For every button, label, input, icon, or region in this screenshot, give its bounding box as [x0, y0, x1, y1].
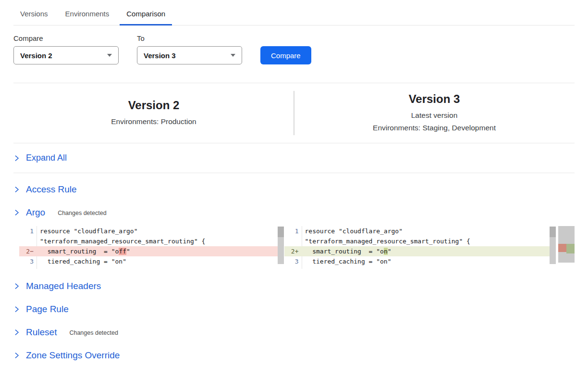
- scrollbar-thumb[interactable]: [550, 227, 556, 237]
- right-version-environments: Environments: Staging, Development: [294, 122, 575, 134]
- section-page-rule[interactable]: Page Rule: [13, 298, 575, 321]
- line-number: 3: [284, 256, 302, 266]
- minimap-addition-mark: [566, 244, 575, 253]
- chevron-right-icon: [13, 329, 20, 336]
- comparison-page: Versions Environments Comparison Compare…: [0, 0, 588, 367]
- code-text: tiered_caching = "on": [37, 256, 284, 266]
- diff-overview-minimap: [558, 226, 575, 263]
- to-field-label: To: [137, 34, 242, 42]
- section-label: Argo: [26, 207, 45, 218]
- code-line: 1 resource "cloudflare_argo": [19, 226, 284, 236]
- section-access-rule[interactable]: Access Rule: [13, 178, 575, 201]
- diff-left-editor: 1 resource "cloudflare_argo" "terraform_…: [19, 226, 284, 269]
- section-argo[interactable]: Argo Changes detected: [13, 201, 575, 224]
- chevron-right-icon: [13, 209, 20, 216]
- code-line: "terraform_managed_resource_smart_routin…: [19, 236, 284, 246]
- tab-bar: Versions Environments Comparison: [13, 0, 575, 25]
- line-number: [284, 236, 302, 246]
- compare-button[interactable]: Compare: [260, 46, 311, 64]
- code-text: }: [302, 266, 556, 269]
- to-version-select[interactable]: Version 3: [137, 46, 242, 64]
- code-text: smart_routing = "on": [302, 246, 556, 256]
- code-text: tiered_caching = "on": [302, 256, 556, 266]
- code-line-deleted: 2− smart_routing = "off": [19, 246, 284, 256]
- changes-detected-badge: Changes detected: [69, 329, 118, 336]
- line-number: 1: [19, 226, 37, 236]
- changes-detected-badge: Changes detected: [58, 210, 106, 216]
- tab-versions[interactable]: Versions: [13, 7, 55, 25]
- chevron-down-icon: [231, 54, 235, 57]
- line-number: 3: [19, 256, 37, 266]
- code-text: resource "cloudflare_argo": [302, 226, 556, 236]
- code-line: }: [19, 266, 284, 269]
- right-version-subtitle: Latest version: [294, 109, 575, 122]
- section-ruleset[interactable]: Ruleset Changes detected: [13, 321, 575, 344]
- code-text: resource "cloudflare_argo": [37, 226, 284, 236]
- right-version-title: Version 3: [294, 92, 575, 106]
- chevron-right-icon: [13, 306, 20, 313]
- left-editor-scrollbar[interactable]: [278, 227, 284, 264]
- line-number: 2+: [284, 246, 302, 256]
- code-line: }: [284, 266, 556, 269]
- chevron-right-icon: [13, 186, 20, 193]
- section-label: Managed Headers: [26, 281, 101, 291]
- line-number: 1: [284, 226, 302, 236]
- argo-diff: 1 resource "cloudflare_argo" "terraform_…: [19, 226, 575, 269]
- compare-version-select[interactable]: Version 2: [13, 46, 119, 64]
- compare-field: Compare Version 2: [13, 34, 119, 64]
- compare-form: Compare Version 2 To Version 3 Compare: [13, 34, 575, 64]
- diff-right-editor: 1 resource "cloudflare_argo" "terraform_…: [284, 226, 556, 269]
- section-label: Ruleset: [26, 327, 57, 338]
- minimap-deletion-mark: [558, 244, 566, 252]
- line-number: 2−: [19, 246, 37, 256]
- version-header-right: Version 3 Latest version Environments: S…: [294, 92, 575, 134]
- expand-all-label: Expand All: [26, 153, 67, 163]
- version-header-left: Version 2 Environments: Production: [13, 98, 294, 128]
- left-version-title: Version 2: [13, 98, 294, 113]
- chevron-right-icon: [13, 155, 20, 162]
- section-label: Zone Settings Override: [26, 350, 120, 361]
- tab-environments[interactable]: Environments: [59, 7, 116, 25]
- chevron-right-icon: [13, 283, 20, 290]
- line-number: [19, 236, 37, 246]
- chevron-down-icon: [107, 54, 112, 57]
- vertical-divider: [294, 91, 294, 135]
- section-label: Page Rule: [26, 304, 69, 315]
- code-text: smart_routing = "off": [37, 246, 284, 256]
- line-number: [284, 266, 302, 269]
- section-list: Access Rule Argo Changes detected 1 reso…: [13, 178, 575, 367]
- right-editor-scrollbar[interactable]: [550, 227, 556, 264]
- version-headers: Version 2 Environments: Production Versi…: [13, 83, 575, 143]
- chevron-right-icon: [13, 352, 20, 359]
- compare-field-label: Compare: [13, 34, 119, 42]
- left-version-environments: Environments: Production: [13, 115, 294, 128]
- line-number: [19, 266, 37, 269]
- section-managed-headers[interactable]: Managed Headers: [13, 275, 575, 298]
- to-version-value: Version 3: [144, 51, 176, 60]
- tab-comparison[interactable]: Comparison: [120, 7, 172, 25]
- code-line: "terraform_managed_resource_smart_routin…: [284, 236, 556, 246]
- code-line: 1 resource "cloudflare_argo": [284, 226, 556, 236]
- code-text: }: [37, 266, 284, 269]
- scrollbar-thumb[interactable]: [278, 227, 284, 237]
- code-line: 3 tiered_caching = "on": [19, 256, 284, 266]
- code-line: 3 tiered_caching = "on": [284, 256, 556, 266]
- section-label: Access Rule: [26, 184, 77, 195]
- code-line-added: 2+ smart_routing = "on": [284, 246, 556, 256]
- code-text: "terraform_managed_resource_smart_routin…: [37, 236, 284, 246]
- section-zone-settings-override[interactable]: Zone Settings Override: [13, 344, 575, 367]
- to-field: To Version 3: [137, 34, 242, 64]
- expand-all-row[interactable]: Expand All: [13, 143, 575, 173]
- code-text: "terraform_managed_resource_smart_routin…: [302, 236, 556, 246]
- compare-version-value: Version 2: [20, 51, 52, 60]
